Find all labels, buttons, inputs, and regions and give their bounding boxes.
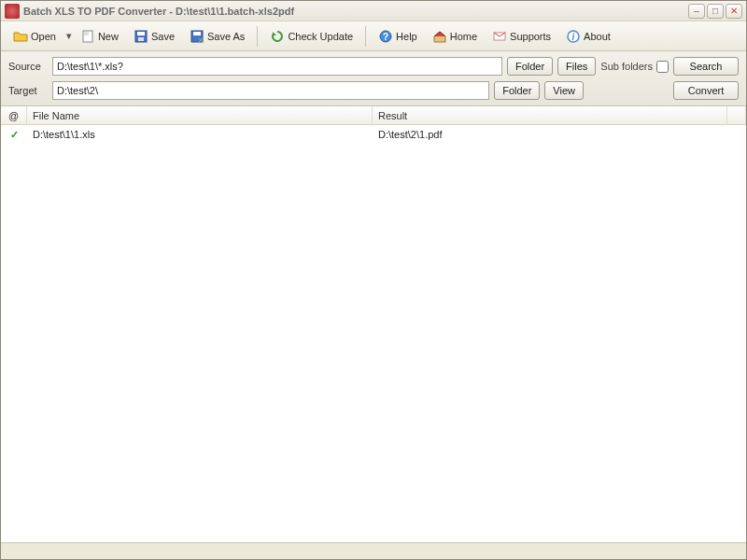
- open-folder-icon: [13, 29, 28, 44]
- saveas-label: Save As: [207, 31, 245, 42]
- separator: [365, 26, 366, 47]
- source-input[interactable]: [52, 57, 502, 76]
- close-button[interactable]: ✕: [726, 4, 742, 19]
- save-button[interactable]: Save: [127, 25, 181, 48]
- target-input[interactable]: [52, 81, 489, 100]
- svg-rect-3: [138, 37, 144, 41]
- col-filename[interactable]: File Name: [27, 106, 373, 124]
- path-panel: Source Folder Files Sub folders Search T…: [1, 51, 746, 106]
- home-button[interactable]: Home: [426, 25, 484, 48]
- home-icon: [432, 29, 447, 44]
- open-dropdown[interactable]: ▾: [64, 30, 72, 42]
- maximize-button[interactable]: □: [707, 4, 724, 19]
- saveas-floppy-icon: [190, 29, 204, 44]
- svg-text:?: ?: [383, 32, 388, 42]
- source-folder-button[interactable]: Folder: [507, 57, 553, 76]
- subfolders-label: Sub folders: [600, 61, 653, 72]
- col-tail: [727, 106, 746, 124]
- subfolders-checkbox[interactable]: [656, 61, 669, 73]
- toolbar: Open ▾ New Save Save As Check Update ? H…: [1, 21, 746, 51]
- check-update-button[interactable]: Check Update: [263, 25, 359, 48]
- open-label: Open: [31, 31, 56, 42]
- mail-icon: [492, 29, 507, 44]
- new-label: New: [98, 31, 119, 42]
- status-bar: [1, 542, 746, 559]
- save-floppy-icon: [134, 29, 148, 44]
- svg-rect-2: [137, 32, 145, 35]
- row-filename: D:\test\1\1.xls: [27, 129, 373, 140]
- col-status[interactable]: @: [1, 106, 27, 124]
- supports-button[interactable]: Supports: [486, 25, 557, 48]
- help-label: Help: [396, 31, 417, 42]
- separator: [257, 26, 258, 47]
- saveas-button[interactable]: Save As: [183, 25, 251, 48]
- target-label: Target: [8, 85, 48, 96]
- help-button[interactable]: ? Help: [372, 25, 424, 48]
- open-button[interactable]: Open: [7, 25, 63, 48]
- refresh-icon: [270, 29, 285, 44]
- new-button[interactable]: New: [74, 25, 125, 48]
- svg-text:i: i: [572, 32, 575, 42]
- new-document-icon: [80, 29, 95, 44]
- file-list[interactable]: ✓ D:\test\1\1.xls D:\test\2\1.pdf: [1, 125, 746, 542]
- info-icon: i: [566, 29, 581, 44]
- list-header: @ File Name Result: [1, 106, 746, 125]
- col-result[interactable]: Result: [373, 106, 727, 124]
- list-item[interactable]: ✓ D:\test\1\1.xls D:\test\2\1.pdf: [1, 125, 746, 144]
- supports-label: Supports: [510, 31, 551, 42]
- app-window: Batch XLS TO PDF Converter - D:\test\1\1…: [0, 0, 747, 560]
- titlebar: Batch XLS TO PDF Converter - D:\test\1\1…: [1, 1, 746, 21]
- save-label: Save: [151, 31, 175, 42]
- window-title: Batch XLS TO PDF Converter - D:\test\1\1…: [23, 6, 688, 17]
- search-button[interactable]: Search: [673, 57, 739, 76]
- source-files-button[interactable]: Files: [557, 57, 596, 76]
- svg-rect-5: [193, 32, 201, 35]
- minimize-button[interactable]: –: [688, 4, 705, 19]
- app-icon: [5, 4, 20, 19]
- about-button[interactable]: i About: [559, 25, 617, 48]
- target-folder-button[interactable]: Folder: [494, 81, 540, 100]
- check-update-label: Check Update: [288, 31, 353, 42]
- home-label: Home: [450, 31, 477, 42]
- convert-button[interactable]: Convert: [673, 81, 739, 100]
- target-view-button[interactable]: View: [544, 81, 584, 100]
- about-label: About: [584, 31, 611, 42]
- checkmark-icon: ✓: [1, 129, 27, 141]
- row-result: D:\test\2\1.pdf: [373, 129, 746, 140]
- source-label: Source: [8, 61, 48, 72]
- help-icon: ?: [378, 29, 393, 44]
